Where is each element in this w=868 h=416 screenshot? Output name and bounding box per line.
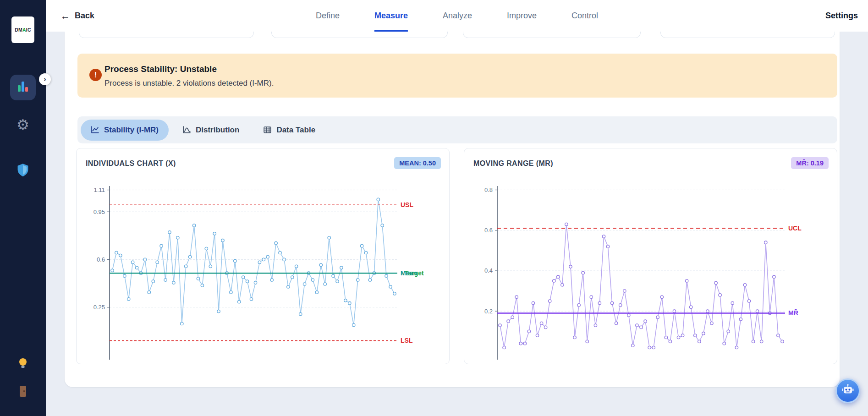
line-chart-icon <box>91 126 99 134</box>
measure-content-panel: ! Process Stability: Unstable Process is… <box>65 32 840 387</box>
sidebar-item-insights[interactable] <box>0 357 46 372</box>
individuals-chart-card: INDIVIDUALS CHART (X) MEAN: 0.50 1.110.9… <box>76 148 450 364</box>
dmaic-phase-tabs: Define Measure Analyze Improve Control <box>316 0 598 32</box>
shield-icon <box>16 171 29 179</box>
back-button[interactable]: ← Back <box>60 0 94 32</box>
summary-card-stub <box>660 32 835 38</box>
tab-data-table[interactable]: Data Table <box>253 120 325 141</box>
svg-text:0.25: 0.25 <box>93 304 105 311</box>
svg-text:LSL: LSL <box>401 337 413 344</box>
moving-range-chart-card: MOVING RANGE (MR) MR̄: 0.19 0.80.60.40.2… <box>464 148 837 364</box>
sidebar-item-charts[interactable] <box>10 75 36 100</box>
tab-distribution[interactable]: Distribution <box>172 120 249 141</box>
svg-text:1.11: 1.11 <box>94 186 105 193</box>
moving-range-control-chart: 0.80.60.40.2UCLMR̄ <box>464 169 838 365</box>
alert-title: Process Stability: Unstable <box>104 64 217 74</box>
tab-label: Data Table <box>276 126 315 135</box>
line-chart-icon <box>182 126 191 134</box>
tab-analyze[interactable]: Analyze <box>443 0 472 32</box>
tab-control[interactable]: Control <box>571 0 598 32</box>
settings-button[interactable]: Settings <box>825 0 858 32</box>
chat-assistant-button[interactable] <box>835 378 860 403</box>
svg-text:0.95: 0.95 <box>93 208 105 215</box>
sidebar: DMAIC ⚙ <box>0 0 46 416</box>
individuals-control-chart: 1.110.950.60.25USLTargetMeanLSL <box>77 169 450 365</box>
mr-badge: MR̄: 0.19 <box>791 157 829 169</box>
stability-alert-banner: ! Process Stability: Unstable Process is… <box>77 54 837 98</box>
tab-measure[interactable]: Measure <box>374 0 408 32</box>
tab-improve[interactable]: Improve <box>507 0 537 32</box>
alert-message: Process is unstable. 2 violations detect… <box>104 79 274 88</box>
svg-text:0.6: 0.6 <box>97 256 105 263</box>
back-label: Back <box>75 11 94 21</box>
svg-text:USL: USL <box>401 201 413 208</box>
tab-label: Distribution <box>196 126 239 135</box>
dmaic-logo: DMAIC <box>11 16 34 43</box>
tab-stability-imr[interactable]: Stability (I-MR) <box>81 120 169 141</box>
chart-title: MOVING RANGE (MR) <box>473 159 553 168</box>
logo-letter: A <box>22 27 26 33</box>
sidebar-item-exit[interactable] <box>0 385 46 400</box>
robot-icon <box>841 384 854 398</box>
svg-text:0.4: 0.4 <box>484 267 493 274</box>
summary-card-stub <box>79 32 254 38</box>
sidebar-expand-button[interactable]: › <box>39 73 51 85</box>
summary-card-stub <box>463 32 641 38</box>
svg-text:Mean: Mean <box>401 269 417 277</box>
alert-icon: ! <box>89 69 102 81</box>
svg-text:UCL: UCL <box>788 224 802 232</box>
mean-badge: MEAN: 0.50 <box>394 157 441 169</box>
tab-define[interactable]: Define <box>316 0 340 32</box>
svg-text:MR̄: MR̄ <box>788 309 798 317</box>
top-navbar: ← Back Define Measure Analyze Improve Co… <box>46 0 868 32</box>
door-icon <box>18 391 28 399</box>
sidebar-item-security[interactable] <box>0 163 46 180</box>
logo-letter: D <box>15 27 18 33</box>
lightbulb-icon <box>17 364 28 372</box>
chart-title: INDIVIDUALS CHART (X) <box>86 159 176 168</box>
svg-text:0.6: 0.6 <box>484 227 493 234</box>
tab-label: Stability (I-MR) <box>104 126 159 135</box>
summary-card-stub <box>271 32 448 38</box>
svg-text:0.2: 0.2 <box>484 308 493 315</box>
sidebar-item-settings[interactable]: ⚙ <box>0 117 46 133</box>
logo-letter: C <box>27 27 31 33</box>
chevron-right-icon: › <box>44 75 46 83</box>
gear-icon: ⚙ <box>16 117 29 133</box>
svg-text:0.8: 0.8 <box>484 186 493 193</box>
table-icon <box>263 126 272 134</box>
back-arrow-icon: ← <box>60 11 70 21</box>
chart-view-tabs: Stability (I-MR) Distribution Data Table <box>77 116 837 143</box>
logo-letter: M <box>18 27 22 33</box>
bar-chart-icon <box>16 80 30 95</box>
